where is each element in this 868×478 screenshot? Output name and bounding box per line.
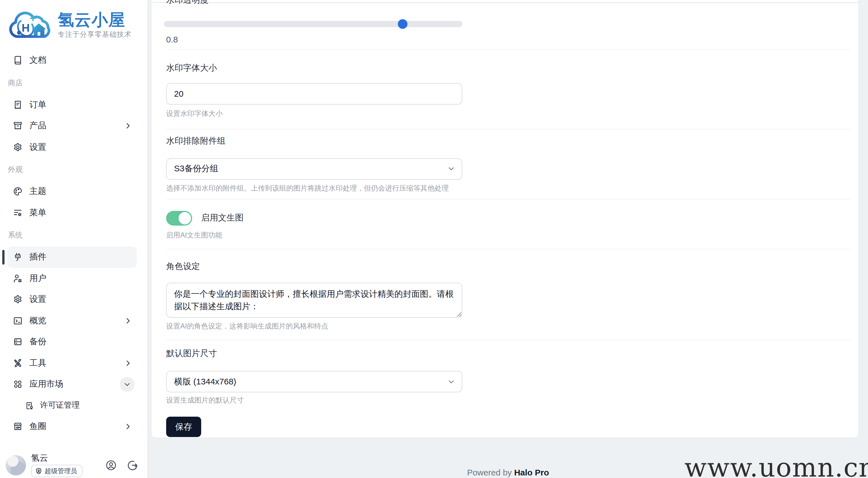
- enable-text2img-help: 启用AI文生图功能: [166, 231, 222, 240]
- logo[interactable]: H + 氢云小屋 专注于分享零基础技术: [0, 0, 148, 42]
- sidebar-item-label: 插件: [29, 252, 46, 263]
- logout-icon[interactable]: [127, 459, 138, 471]
- chevron-right-icon: [124, 317, 132, 325]
- chevron-right-icon: [124, 122, 132, 130]
- sidebar-item-fish-circle[interactable]: 鱼圈: [7, 416, 137, 437]
- role-setting-help: 设置AI的角色设定，这将影响生成图片的风格和特点: [166, 322, 328, 331]
- powered-by-text: Powered by: [467, 468, 512, 477]
- sidebar-section-label: 系统: [8, 230, 148, 240]
- sidebar-item-license[interactable]: 许可证管理: [7, 395, 137, 416]
- cloud-home-logo-icon: H +: [6, 7, 55, 42]
- archive-icon: [13, 121, 23, 131]
- role-setting-textarea[interactable]: [166, 283, 462, 318]
- storefront-icon: [13, 422, 23, 431]
- sidebar-item-label: 菜单: [29, 208, 46, 218]
- toggle-knob: [179, 212, 191, 225]
- sidebar-item-label: 概览: [29, 316, 46, 326]
- sidebar-item-app-market[interactable]: 应用市场: [7, 374, 137, 395]
- sidebar-section-label: 外观: [8, 165, 148, 174]
- sidebar-item-label: 文档: [29, 55, 46, 66]
- field-divider: [166, 129, 850, 129]
- watermark-opacity-label: 水印透明度: [166, 0, 209, 6]
- sidebar-item-label: 主题: [29, 186, 46, 197]
- sidebar-menu: 文档商店订单产品设置外观主题菜单系统插件用户设置概览备份工具应用市场许可证管理鱼…: [0, 42, 148, 437]
- sidebar-item-orders[interactable]: 订单: [7, 94, 137, 115]
- receipt-icon: [13, 100, 23, 110]
- logo-text: 氢云小屋 专注于分享零基础技术: [58, 10, 132, 39]
- plug-icon: [13, 252, 23, 262]
- chevron-down-icon: [447, 165, 456, 173]
- site-watermark: www.uomn.cn: [684, 452, 868, 478]
- sidebar-item-label: 备份: [29, 337, 46, 348]
- sidebar-item-tools[interactable]: 工具: [7, 353, 137, 374]
- sidebar-item-label: 工具: [29, 358, 46, 368]
- chevron-right-icon: [124, 423, 132, 431]
- watermark-font-size-help: 设置水印字体大小: [166, 109, 223, 119]
- settings-form-card: 水印透明度 0.8 水印字体大小 设置水印字体大小 水印排除附件组 S3备份分组…: [151, 0, 859, 438]
- site-title: 氢云小屋: [58, 10, 132, 29]
- collapse-toggle[interactable]: [120, 377, 134, 392]
- sidebar-item-menus[interactable]: 菜单: [7, 202, 137, 223]
- list-gear-icon: [13, 208, 23, 218]
- sidebar-item-plugins[interactable]: 插件: [7, 246, 137, 268]
- watermark-opacity-value: 0.8: [166, 34, 178, 44]
- watermark-exclude-group-help: 选择不添加水印的附件组。上传到该组的图片将跳过水印处理，但仍会进行压缩等其他处理: [166, 184, 449, 193]
- tools-icon: [13, 358, 23, 368]
- chevron-right-icon: [124, 359, 132, 367]
- sidebar: H + 氢云小屋 专注于分享零基础技术 文档商店订单产品设置外观主题菜单系统插件…: [0, 0, 148, 478]
- field-divider: [166, 340, 850, 340]
- sidebar-item-overview[interactable]: 概览: [7, 310, 137, 331]
- sidebar-item-label: 设置: [29, 142, 46, 153]
- terminal-icon: [13, 316, 23, 326]
- halo-pro-link[interactable]: Halo Pro: [514, 468, 549, 477]
- selected-option: 横版 (1344x768): [174, 376, 236, 387]
- role-setting-label: 角色设定: [166, 261, 200, 272]
- sidebar-user-panel: 氢云 超级管理员: [6, 452, 143, 478]
- gear-icon: [13, 143, 23, 152]
- svg-text:H: H: [22, 22, 30, 34]
- watermark-opacity-slider[interactable]: [164, 21, 462, 27]
- user-info: 氢云 超级管理员: [31, 453, 82, 477]
- sidebar-item-docs[interactable]: 文档: [7, 50, 137, 71]
- book-icon: [13, 56, 23, 65]
- default-image-size-help: 设置生成图片的默认尺寸: [166, 396, 244, 405]
- default-image-size-label: 默认图片尺寸: [166, 348, 217, 359]
- user-circle-icon[interactable]: [105, 459, 117, 471]
- palette-icon: [13, 187, 23, 197]
- sidebar-item-system-settings[interactable]: 设置: [7, 289, 137, 310]
- sidebar-item-store-settings[interactable]: 设置: [7, 137, 137, 158]
- sidebar-item-label: 许可证管理: [40, 400, 80, 411]
- enable-text2img-toggle[interactable]: [166, 211, 192, 226]
- sidebar-item-label: 订单: [29, 99, 46, 110]
- watermark-exclude-group-select[interactable]: S3备份分组: [166, 158, 462, 179]
- slider-thumb[interactable]: [398, 19, 407, 29]
- role-badge-label: 超级管理员: [44, 467, 77, 475]
- active-indicator: [2, 249, 4, 264]
- sidebar-item-label: 应用市场: [29, 379, 63, 390]
- default-image-size-select[interactable]: 横版 (1344x768): [166, 371, 462, 392]
- selected-option: S3备份分组: [174, 163, 218, 174]
- top-divider: [151, 2, 859, 3]
- sidebar-section-label: 商店: [8, 78, 148, 87]
- sidebar-item-products[interactable]: 产品: [7, 115, 137, 137]
- sidebar-item-label: 产品: [29, 121, 46, 131]
- site-subtitle: 专注于分享零基础技术: [58, 30, 132, 39]
- chevron-down-icon: [447, 377, 456, 386]
- sidebar-item-themes[interactable]: 主题: [7, 181, 137, 202]
- save-button[interactable]: 保存: [166, 417, 201, 437]
- sidebar-item-label: 鱼圈: [29, 421, 46, 432]
- avatar[interactable]: [6, 455, 26, 475]
- sidebar-item-users[interactable]: 用户: [7, 268, 137, 289]
- apps-icon: [13, 380, 23, 389]
- user-actions: [105, 459, 138, 471]
- svg-text:+: +: [30, 11, 36, 25]
- role-badge: 超级管理员: [31, 465, 82, 477]
- admin-console: H + 氢云小屋 专注于分享零基础技术 文档商店订单产品设置外观主题菜单系统插件…: [0, 0, 868, 478]
- watermark-font-size-input[interactable]: [166, 83, 462, 104]
- field-divider: [166, 199, 850, 200]
- server-icon: [13, 337, 23, 347]
- user-name: 氢云: [31, 453, 82, 462]
- field-divider: [166, 49, 850, 50]
- sidebar-item-backup[interactable]: 备份: [7, 331, 137, 353]
- field-divider: [166, 249, 850, 249]
